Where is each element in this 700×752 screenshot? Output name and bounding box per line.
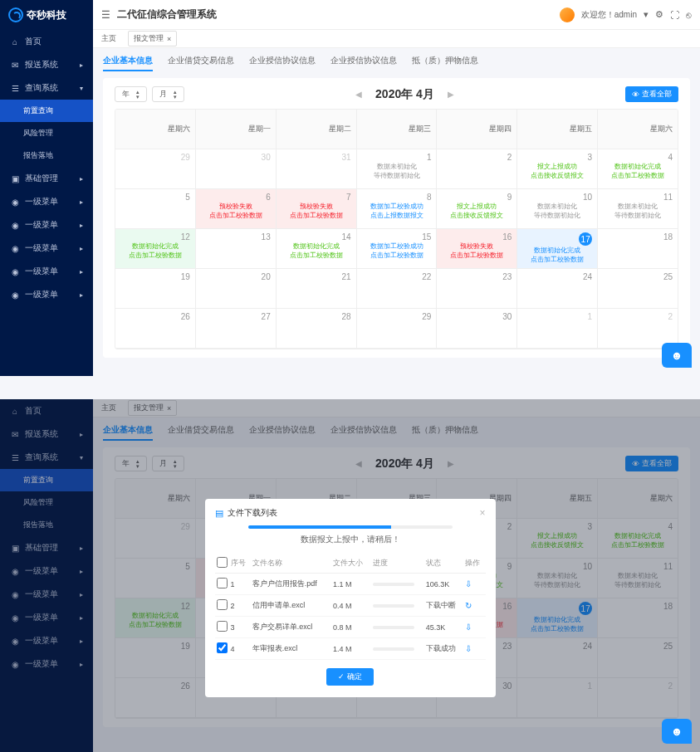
subtab[interactable]: 抵（质）押物信息 [412,55,478,71]
row-checkbox[interactable] [217,621,228,632]
calendar-cell[interactable]: 17数据初始化完成点击加工校验数据 [517,229,598,269]
cell-progress [371,595,424,617]
calendar-cell[interactable]: 23 [437,269,517,309]
cell-status: 下载成功 [424,638,464,660]
nav-item[interactable]: ⌂首页 [0,30,93,53]
calendar-cell[interactable]: 9报文上报成功点击接收反馈报文 [437,189,517,229]
tab-report-mgmt[interactable]: 报文管理 × [128,31,177,46]
day-number: 23 [502,272,512,281]
nav-label: 基础管理 [25,173,58,184]
breadcrumb-home[interactable]: 主页 [101,33,116,44]
table-header: 文件大小 [331,554,371,574]
subtab[interactable]: 企业基本信息 [103,55,153,71]
calendar-cell[interactable]: 4数据初始化完成点击加工校验数据 [598,149,678,189]
calendar-cell[interactable]: 26 [115,309,196,349]
nav-item[interactable]: ◉一级菜单▸ [0,283,93,306]
nav-label: 一级菜单 [25,242,58,254]
prev-month-icon[interactable]: ◀ [355,90,362,99]
calendar-cell[interactable]: 6预校验失败点击加工校验数据 [196,189,277,229]
nav-item[interactable]: ✉报送系统▸ [0,53,93,76]
calendar-cell[interactable]: 3报文上报成功点击接收反馈报文 [517,149,598,189]
next-month-icon[interactable]: ▶ [448,90,454,99]
day-number: 3 [588,153,593,162]
nav-label: 查询系统 [25,82,58,94]
calendar-cell[interactable]: 7预校验失败点击加工校验数据 [277,189,357,229]
calendar-cell[interactable]: 29 [115,149,196,189]
cell-status-2: 点击加工校验数据 [281,211,351,220]
nav-item[interactable]: ▣基础管理▸ [0,167,93,190]
year-select[interactable]: 年 ▴▾ [115,86,147,102]
nav-item[interactable]: 风险管理 [0,122,93,144]
calendar-cell[interactable]: 10数据未初始化等待数据初始化 [517,189,598,229]
row-checkbox[interactable] [217,599,228,610]
subtab[interactable]: 企业授信协议信息 [249,55,316,71]
calendar-cell[interactable]: 13 [196,229,277,269]
calendar-cell[interactable]: 31 [277,149,357,189]
logout-icon[interactable]: ⎋ [686,10,692,20]
subtab[interactable]: 企业授信协议信息 [330,55,397,71]
calendar-cell[interactable]: 22 [357,269,438,309]
chat-button[interactable]: ☻ [662,719,692,744]
calendar-cell[interactable]: 29 [357,309,438,349]
row-checkbox[interactable] [217,642,228,653]
nav-item[interactable]: ◉一级菜单▸ [0,190,93,213]
day-number: 26 [181,312,190,321]
hamburger-icon[interactable]: ☰ [101,9,110,21]
cell-status-2: 点击加工校验数据 [362,251,432,260]
nav-item[interactable]: ◉一级菜单▸ [0,213,93,237]
calendar-cell[interactable]: 12数据初始化完成点击加工校验数据 [115,229,196,269]
select-all-checkbox[interactable] [217,557,228,568]
nav-item[interactable]: 报告落地 [0,144,93,167]
view-all-button[interactable]: 👁 查看全部 [625,86,678,102]
day-number: 4 [668,153,673,162]
chat-button[interactable]: ☻ [662,343,692,368]
calendar-cell[interactable]: 14数据初始化完成点击加工校验数据 [277,229,357,269]
calendar-cell[interactable]: 1 [517,309,598,349]
cell-idx: 3 [229,617,251,638]
nav-item[interactable]: ☰查询系统▾ [0,76,93,100]
retry-icon[interactable]: ↻ [465,601,472,610]
modal-close-icon[interactable]: × [479,507,485,519]
avatar[interactable] [560,7,575,22]
day-number: 30 [502,312,512,321]
download-icon[interactable]: ⇩ [465,644,472,653]
calendar-cell[interactable]: 27 [196,309,277,349]
nav-label: 一级菜单 [25,196,58,208]
tab-label: 报文管理 [134,33,164,44]
calendar-cell[interactable]: 24 [517,269,598,309]
nav-item[interactable]: 前置查询 [0,100,93,122]
calendar-cell[interactable]: 2 [437,149,517,189]
calendar-cell[interactable]: 20 [196,269,277,309]
calendar-cell[interactable]: 19 [115,269,196,309]
close-icon[interactable]: × [167,35,171,43]
fullscreen-icon[interactable]: ⛶ [670,10,679,20]
modal-overlay[interactable]: ▤ 文件下载列表 × 数据报文上报中，请稍后！ 序号文件名称文件大小进度状态操作… [0,399,700,752]
day-number: 7 [346,193,351,202]
calendar-cell[interactable]: 1数据未初始化等待数据初始化 [357,149,438,189]
calendar-cell[interactable]: 28 [277,309,357,349]
calendar-cell[interactable]: 16预校验失败点击加工校验数据 [437,229,517,269]
nav-item[interactable]: ◉一级菜单▸ [0,260,93,283]
calendar-cell[interactable]: 30 [196,149,277,189]
calendar-cell[interactable]: 8数据加工校验成功点击上报数据报文 [357,189,438,229]
calendar-cell[interactable]: 15数据加工校验成功点击加工校验数据 [357,229,438,269]
calendar-cell[interactable]: 30 [437,309,517,349]
calendar-cell[interactable]: 18 [598,229,678,269]
dropdown-icon[interactable]: ▾ [644,9,649,20]
month-select[interactable]: 月 ▴▾ [152,86,184,102]
calendar-cell[interactable]: 21 [277,269,357,309]
day-number: 27 [262,312,271,321]
subtab[interactable]: 企业借贷交易信息 [168,55,234,71]
nav-icon: ◉ [10,266,20,276]
calendar-cell[interactable]: 25 [598,269,678,309]
cell-status-2: 点击上报数据报文 [362,211,432,220]
nav-item[interactable]: ◉一级菜单▸ [0,237,93,260]
download-icon[interactable]: ⇩ [465,623,472,632]
download-icon[interactable]: ⇩ [465,579,472,588]
calendar-cell[interactable]: 5 [115,189,196,229]
ok-button[interactable]: ✓ 确定 [326,668,374,686]
row-checkbox[interactable] [217,578,228,588]
calendar-cell[interactable]: 11数据未初始化等待数据初始化 [598,189,678,229]
chevron-icon: ▸ [80,175,83,183]
settings-icon[interactable]: ⚙ [655,9,663,20]
